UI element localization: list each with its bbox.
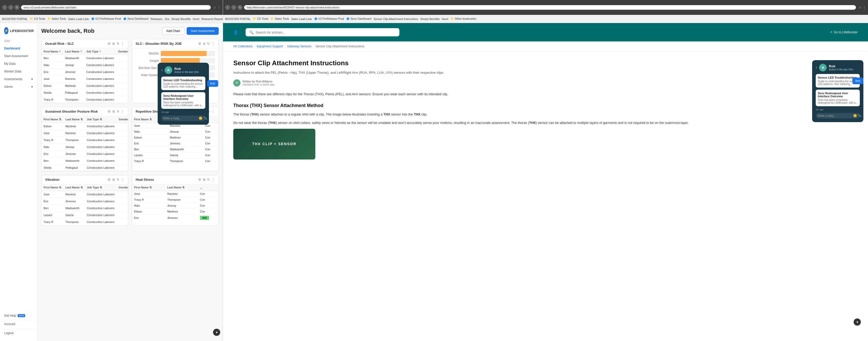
bookmark-simply-benefits[interactable]: Simply Benefits <box>171 18 191 21</box>
bookmark-v2-r[interactable]: 🔷 V2 PreRelease Prod <box>314 17 344 21</box>
more-icon-5[interactable]: ⋮ <box>121 178 124 181</box>
settings-icon[interactable]: ⋮ <box>217 6 221 9</box>
sidebar-item-assessments[interactable]: Assessments ▾ <box>0 75 37 83</box>
columns-icon[interactable]: ⊞ <box>112 42 115 45</box>
more-icon-3[interactable]: ⋮ <box>121 109 124 113</box>
goto-lifebooster[interactable]: ↗ Go to LifeBooster <box>830 31 858 34</box>
attachment-icon[interactable]: 📎 <box>204 116 207 120</box>
bookmark-humi-r[interactable]: Humi <box>442 18 448 21</box>
bookmark-sales-tools[interactable]: 📁 Sales Tools <box>48 17 66 21</box>
more-icon-4[interactable]: ⋮ <box>212 109 215 113</box>
refresh-icon-3[interactable]: ↻ <box>117 109 120 113</box>
emoji-icon[interactable]: 🙂 <box>199 116 203 120</box>
table-row: Eric Jimenez 000 <box>132 214 218 221</box>
chat-input-right[interactable] <box>818 114 853 117</box>
bookmark-sales-lead-r[interactable]: Sales Lead Lists <box>291 18 312 21</box>
bookmark-releases-r[interactable]: Sensor Clip Attachment Instructions <box>373 18 418 21</box>
chat-card-senz-left[interactable]: Senz Redesigned User Interface Overview … <box>161 92 205 109</box>
more-icon-2[interactable]: ⋮ <box>212 42 215 45</box>
col-job-type[interactable]: Job Type ⇅ <box>86 50 114 53</box>
chat-card-senz-right[interactable]: Senz Redesigned User Interface Overview … <box>816 90 860 106</box>
bookmark-star[interactable]: ☆ <box>213 6 216 9</box>
refresh-btn[interactable]: ↻ <box>14 5 20 10</box>
bookmark-humi[interactable]: Humi <box>193 18 199 21</box>
refresh-icon-5[interactable]: ↻ <box>117 178 120 181</box>
sidebar-logout[interactable]: Logout <box>0 329 37 337</box>
test-button-left[interactable]: test <box>207 80 218 87</box>
refresh-icon[interactable]: ↻ <box>117 42 120 45</box>
bookmark-other-r[interactable]: 📁 Other bookmarks <box>451 17 476 21</box>
chat-input-left[interactable] <box>163 117 199 120</box>
filter-icon-6[interactable]: ⚙ <box>198 178 201 181</box>
bookmark-booster-portal-r[interactable]: BOOSTER PORTAL <box>225 18 251 21</box>
forward-btn-right[interactable]: › <box>231 5 236 10</box>
bookmark-sales-lead[interactable]: Sales Lead Lists <box>68 18 89 21</box>
breadcrumb-sep-3: › <box>313 44 314 48</box>
bookmark-senz-r[interactable]: 🔷 Senz Dashboard <box>346 17 371 21</box>
columns-icon-5[interactable]: ⊞ <box>112 178 115 181</box>
bookmark-cs-tools-r[interactable]: 📁 CS Tools <box>253 17 269 21</box>
chat-input-area-left[interactable]: 🙂 📎 <box>161 115 205 121</box>
columns-icon-3[interactable]: ⊞ <box>112 109 115 113</box>
back-btn[interactable]: ‹ <box>2 5 7 10</box>
bookmark-star-right[interactable]: ☆ <box>859 6 862 9</box>
help-search-container[interactable]: 🔍 <box>246 28 399 36</box>
sidebar-item-worker-data[interactable]: Worker Data <box>0 68 37 75</box>
chart-overall-risk-icons: ⚙ ⊞ ↻ ⋮ <box>108 42 124 45</box>
breadcrumb-sep-1: › <box>254 44 255 48</box>
sidebar-item-my-data[interactable]: My Data <box>0 60 37 68</box>
col-last-name[interactable]: Last Name ⇅ <box>65 50 82 53</box>
bookmark-cs-tools[interactable]: 📁 CS Tools <box>30 17 45 21</box>
chat-input-area-right[interactable]: 🙂 📎 <box>816 113 860 118</box>
col-first-name[interactable]: First Name ⇅ <box>43 50 61 53</box>
left-chat-nav-back[interactable]: ‹ <box>161 68 162 72</box>
columns-icon-6[interactable]: ⊞ <box>203 178 206 181</box>
sidebar-account[interactable]: Account <box>0 320 37 328</box>
bookmark-booster-portal[interactable]: BOOSTER PORTAL <box>2 18 28 21</box>
bookmark-releases-jira[interactable]: Releases - Jira <box>151 18 169 21</box>
add-chart-button[interactable]: Add Chart <box>162 27 185 35</box>
scroll-down-indicator-right[interactable]: ▾ <box>854 318 861 326</box>
test-button-right[interactable]: test <box>852 77 863 84</box>
breadcrumb-gateway-sensors[interactable]: Gateway Sensors <box>287 44 311 48</box>
breadcrumb-all-collections[interactable]: All Collections <box>233 44 252 48</box>
refresh-btn-right[interactable]: ↻ <box>237 5 243 10</box>
emoji-icon-right[interactable]: 🙂 <box>853 114 857 117</box>
page-title: Welcome back, Rob <box>41 28 94 34</box>
more-icon[interactable]: ⋮ <box>121 42 124 45</box>
bookmark-senz[interactable]: 🔷 Senz Dashboard <box>123 17 148 21</box>
scroll-down-indicator-left[interactable]: ▾ <box>213 329 220 336</box>
back-btn-right[interactable]: ‹ <box>225 5 230 10</box>
collapse-icon[interactable]: ⊟ <box>203 42 206 45</box>
more-icon-6[interactable]: ⋮ <box>212 178 215 181</box>
sidebar-item-dashboard[interactable]: Dashboard <box>0 44 37 52</box>
breadcrumb-equipment-support[interactable]: Equipment Support <box>257 44 283 48</box>
attachment-icon-right[interactable]: 📎 <box>858 114 862 117</box>
bookmark-research[interactable]: Research Reports <box>202 18 224 21</box>
chart-sustained-title: Sustained Shoulder Posture Risk <box>45 109 98 113</box>
settings-icon-right[interactable]: ⋮ <box>863 6 866 9</box>
bookmark-sales-tools-r[interactable]: 📁 Sales Tools <box>271 17 289 21</box>
sidebar-item-admin[interactable]: Admin ▾ <box>0 83 37 91</box>
filter-icon-5[interactable]: ⚙ <box>108 178 111 181</box>
get-help[interactable]: Get Help NEW <box>4 312 33 319</box>
filter-icon-3[interactable]: ⚙ <box>108 109 111 113</box>
sidebar-item-start-assessment[interactable]: Start Assessment <box>0 52 37 60</box>
address-bar-left[interactable]: senz-v2-prod-preview.lifebooster.ca/char… <box>21 5 211 10</box>
help-search-input[interactable] <box>255 31 396 34</box>
filter-icon-2[interactable]: ⚙ <box>198 42 201 45</box>
right-chat-nav-back[interactable]: ‹ <box>816 65 817 70</box>
refresh-icon-2[interactable]: ↻ <box>207 42 210 45</box>
help-user-icon[interactable]: 👤 <box>233 30 239 35</box>
start-assessment-button[interactable]: Start Assessment <box>187 27 219 35</box>
refresh-icon-6[interactable]: ↻ <box>207 178 210 181</box>
chat-card-led-left[interactable]: Sensor LED Troubleshooting Guide to unde… <box>161 76 205 90</box>
bookmark-simply-r[interactable]: Simply Benefits <box>420 18 440 21</box>
left-main-area: ⚡ LIFEBOOSTER CRH Dashboard Start Assess… <box>0 23 223 341</box>
chat-status-left: Active in the last 15m <box>174 71 199 73</box>
col-gender[interactable]: Gender ⇅ <box>118 50 128 53</box>
address-bar-right[interactable]: help.lifebooster.ca/en/articles/6520437-… <box>244 5 856 10</box>
filter-icon[interactable]: ⚙ <box>108 42 111 45</box>
bookmark-v2[interactable]: 🔷 V2 PreRelease Prod <box>91 17 121 21</box>
forward-btn[interactable]: › <box>8 5 13 10</box>
